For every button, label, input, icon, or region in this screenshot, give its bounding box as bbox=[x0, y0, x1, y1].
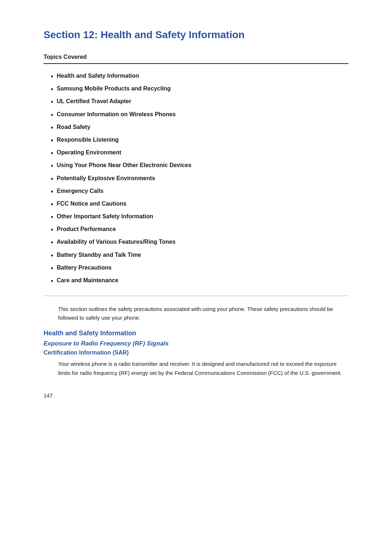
section-title: Section 12: Health and Safety Informatio… bbox=[44, 29, 348, 41]
list-item: FCC Notice and Cautions bbox=[51, 200, 348, 209]
list-item: Battery Standby and Talk Time bbox=[51, 251, 348, 260]
list-item: UL Certified Travel Adapter bbox=[51, 97, 348, 106]
list-item: Care and Maintenance bbox=[51, 276, 348, 286]
list-item: Product Performance bbox=[51, 225, 348, 234]
top-divider bbox=[44, 63, 348, 64]
bottom-divider bbox=[44, 296, 348, 296]
list-item: Battery Precautions bbox=[51, 264, 348, 273]
sar-subheading: Certification Information (SAR) bbox=[44, 349, 348, 356]
list-item: Responsible Listening bbox=[51, 136, 348, 145]
topics-covered-label: Topics Covered bbox=[44, 54, 348, 60]
page-number: 147 bbox=[44, 392, 348, 399]
rf-signals-subheading: Exposure to Radio Frequency (RF) Signals bbox=[44, 340, 348, 347]
list-item: Emergency Calls bbox=[51, 187, 348, 196]
list-item: Operating Environment bbox=[51, 149, 348, 158]
list-item: Availability of Various Features/Ring To… bbox=[51, 238, 348, 247]
list-item: Potentially Explosive Environments bbox=[51, 174, 348, 183]
list-item: Health and Safety Information bbox=[51, 72, 348, 81]
sar-body-text: Your wireless phone is a radio transmitt… bbox=[58, 360, 348, 378]
topics-list: Health and Safety InformationSamsung Mob… bbox=[51, 72, 348, 286]
list-item: Road Safety bbox=[51, 123, 348, 132]
list-item: Consumer Information on Wireless Phones bbox=[51, 110, 348, 120]
list-item: Using Your Phone Near Other Electronic D… bbox=[51, 161, 348, 170]
list-item: Samsung Mobile Products and Recycling bbox=[51, 85, 348, 94]
health-section-heading: Health and Safety Information bbox=[44, 329, 348, 337]
intro-text: This section outlines the safety precaut… bbox=[58, 305, 348, 322]
list-item: Other Important Safety Information bbox=[51, 213, 348, 222]
